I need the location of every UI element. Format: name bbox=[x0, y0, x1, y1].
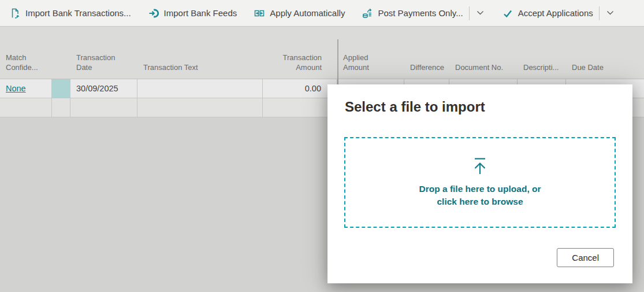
dropzone-text: Drop a file here to upload, or click her… bbox=[419, 183, 541, 208]
column-header-applied-amount[interactable]: Applied Amount bbox=[337, 53, 404, 79]
toolbar-separator bbox=[599, 6, 600, 20]
cell-match-confidence[interactable] bbox=[0, 98, 52, 117]
cell-transaction-date[interactable] bbox=[70, 98, 137, 117]
select-file-dialog: Select a file to import Drop a file here… bbox=[327, 84, 632, 283]
chevron-down-icon[interactable] bbox=[475, 9, 485, 17]
cell-transaction-amount[interactable] bbox=[263, 98, 337, 117]
dropzone-text-line2: click here to browse bbox=[419, 195, 541, 208]
toolbar-separator bbox=[469, 6, 470, 20]
import-bank-feeds-label: Import Bank Feeds bbox=[164, 8, 237, 18]
column-header-description[interactable]: Descripti... bbox=[518, 62, 566, 79]
column-header-indicator bbox=[52, 72, 70, 79]
toolbar-group-apply: Apply Automatically bbox=[254, 8, 345, 19]
match-confidence-link[interactable]: None bbox=[6, 84, 26, 93]
toolbar-group-accept: Accept Applications bbox=[502, 6, 615, 20]
cell-match-indicator bbox=[52, 98, 70, 117]
column-header-transaction-date[interactable]: Transaction Date bbox=[70, 53, 137, 79]
post-payments-only-button[interactable]: Post Payments Only... bbox=[362, 8, 463, 19]
column-header-document-no[interactable]: Document No. bbox=[449, 62, 518, 79]
column-header-match-confidence[interactable]: Match Confide... bbox=[0, 53, 52, 79]
import-bank-feeds-button[interactable]: Import Bank Feeds bbox=[148, 8, 237, 19]
import-feed-icon bbox=[148, 8, 159, 19]
toolbar-group-import-feeds: Import Bank Feeds bbox=[148, 8, 237, 19]
toolbar-group-post-payments: Post Payments Only... bbox=[362, 6, 485, 20]
checkmark-icon bbox=[502, 8, 513, 19]
cancel-button[interactable]: Cancel bbox=[557, 248, 614, 267]
upload-arrow-icon bbox=[472, 157, 488, 178]
column-header-due-date[interactable]: Due Date bbox=[566, 62, 644, 79]
cell-transaction-date[interactable]: 30/09/2025 bbox=[70, 79, 137, 98]
cell-transaction-text[interactable] bbox=[137, 98, 263, 117]
apply-automatically-button[interactable]: Apply Automatically bbox=[254, 8, 345, 19]
accept-applications-button[interactable]: Accept Applications bbox=[502, 8, 593, 19]
column-header-difference[interactable]: Difference bbox=[404, 62, 449, 79]
apply-automatically-icon bbox=[254, 8, 265, 19]
column-header-transaction-amount[interactable]: Transaction Amount bbox=[263, 53, 337, 79]
post-payments-icon bbox=[362, 8, 373, 19]
cell-transaction-text[interactable] bbox=[137, 79, 263, 98]
apply-automatically-label: Apply Automatically bbox=[270, 8, 345, 18]
action-toolbar: Import Bank Transactions... Import Bank … bbox=[0, 0, 644, 27]
payment-application-page: Import Bank Transactions... Import Bank … bbox=[0, 0, 644, 292]
dropzone-text-line1: Drop a file here to upload, or bbox=[419, 183, 541, 195]
post-payments-only-label: Post Payments Only... bbox=[378, 8, 463, 18]
cell-match-confidence[interactable]: None bbox=[0, 79, 52, 98]
import-bank-transactions-label: Import Bank Transactions... bbox=[25, 8, 131, 18]
import-file-icon bbox=[10, 8, 20, 19]
toolbar-group-import-transactions: Import Bank Transactions... bbox=[10, 8, 131, 19]
grid-header-row: Match Confide... Transaction Date Transa… bbox=[0, 27, 644, 79]
column-header-transaction-text[interactable]: Transaction Text bbox=[137, 62, 263, 79]
accept-applications-label: Accept Applications bbox=[518, 8, 593, 18]
file-dropzone[interactable]: Drop a file here to upload, or click her… bbox=[344, 137, 616, 228]
cell-transaction-amount[interactable]: 0.00 bbox=[263, 79, 337, 98]
cell-match-indicator bbox=[52, 79, 70, 98]
chevron-down-icon[interactable] bbox=[605, 9, 615, 17]
dialog-title: Select a file to import bbox=[345, 99, 485, 115]
import-bank-transactions-button[interactable]: Import Bank Transactions... bbox=[10, 8, 131, 19]
